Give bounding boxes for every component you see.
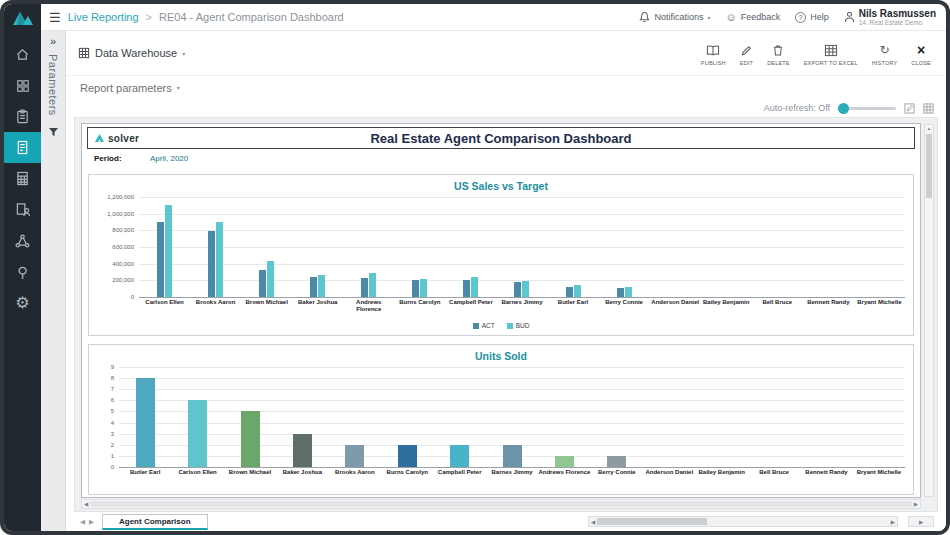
report-title: Real Estate Agent Comparison Dashboard (88, 131, 914, 146)
smiley-icon: ☺ (725, 12, 736, 23)
scroll-right-icon[interactable]: ▶ (914, 501, 918, 507)
sheet-horizontal-scrollbar[interactable]: ◀ ▶ (588, 516, 898, 527)
vertical-scrollbar[interactable]: ▲ (924, 124, 934, 497)
close-button[interactable]: × CLOSE (904, 41, 938, 66)
bell-icon (639, 11, 650, 23)
notifications-button[interactable]: Notifications ▾ (639, 11, 710, 23)
bar-units (607, 456, 626, 467)
toolbar-row: Data Warehouse ▾ PUBLISH EDIT (66, 31, 946, 75)
publish-button[interactable]: PUBLISH (694, 41, 733, 66)
hamburger-menu-icon[interactable]: ☰ (49, 10, 61, 25)
close-icon: × (917, 44, 925, 57)
data-warehouse-icon (78, 47, 90, 59)
x-axis-label: Bennett Randy (803, 299, 854, 315)
x-axis-label: Bryant Michelle (853, 469, 905, 485)
body-row: » Parameters Data Warehouse ▾ (41, 31, 946, 531)
gridline (119, 467, 905, 468)
expand-parameters-icon[interactable]: » (50, 36, 56, 47)
tools-icon: ⚲ (17, 265, 27, 279)
legend-swatch (507, 323, 513, 329)
bar-group (538, 367, 590, 467)
sheet-tab-bar: ◀ ▶ Agent Comparison ◀ ▶ ▶ (66, 512, 946, 531)
x-axis-label: Brooks Aaron (190, 299, 241, 315)
chart-legend: ACTBUD (89, 319, 913, 335)
sidebar-item-library[interactable] (4, 194, 41, 225)
scrollbar-thumb[interactable] (597, 518, 707, 525)
scroll-left-icon[interactable]: ◀ (84, 501, 88, 507)
user-menu[interactable]: Nils Rasmussen 14. Real Estate Demo (844, 8, 936, 27)
bar-bud (318, 275, 325, 297)
history-icon: ↻ (879, 44, 889, 57)
bar-group (329, 367, 381, 467)
bar-act (361, 278, 368, 297)
table-icon (16, 171, 29, 186)
x-axis-label: Baker Joshua (292, 299, 343, 315)
y-axis-tick: 8 (111, 375, 114, 381)
y-axis: 1,200,0001,000,000800,000600,000400,0002… (93, 197, 139, 297)
breadcrumb-section[interactable]: Live Reporting (68, 11, 139, 23)
export-to-excel-button[interactable]: EXPORT TO EXCEL (797, 41, 865, 66)
bar-bud (267, 261, 274, 297)
x-axis-label: Bryant Michelle (854, 299, 905, 315)
sidebar-item-home[interactable] (4, 39, 41, 70)
sidebar-item-tasks[interactable] (4, 101, 41, 132)
sidebar-item-settings[interactable]: ⚙ (4, 287, 41, 318)
bar-group (394, 197, 445, 297)
solver-logo-icon[interactable] (12, 11, 34, 30)
x-axis-label: Brown Michael (224, 469, 276, 485)
bar-act (514, 282, 521, 297)
legend-label: ACT (482, 322, 495, 329)
sidebar-item-reports[interactable] (4, 132, 41, 163)
y-axis-tick: 4 (111, 420, 114, 426)
documents-user-icon (16, 202, 30, 217)
bar-group (591, 367, 643, 467)
scroll-right-icon[interactable]: ▶ (891, 519, 895, 525)
history-button[interactable]: ↻ HISTORY (865, 41, 905, 66)
close-label: CLOSE (911, 60, 931, 66)
user-org: 14. Real Estate Demo (859, 19, 936, 26)
y-axis-tick: 7 (111, 386, 114, 392)
chevron-down-icon: ▾ (707, 14, 710, 21)
sheet-prev-button[interactable]: ◀ (80, 518, 85, 526)
sidebar-item-connections[interactable] (4, 225, 41, 256)
x-axis-label: Burns Carolyn (394, 299, 445, 315)
solver-logo-text: solver (108, 133, 139, 144)
x-axis-label: Brown Michael (241, 299, 292, 315)
edit-box-icon (904, 103, 915, 114)
bar-group (224, 367, 276, 467)
bar-bud (522, 281, 529, 297)
grid-view-button[interactable] (923, 103, 934, 114)
sidebar-item-apps[interactable] (4, 70, 41, 101)
scroll-up-icon[interactable]: ▲ (925, 125, 933, 132)
delete-button[interactable]: DELETE (760, 41, 797, 66)
bar-group (241, 197, 292, 297)
scroll-left-icon[interactable]: ◀ (591, 519, 595, 525)
bar-units (345, 445, 364, 467)
report-horizontal-scrollbar[interactable]: ◀ ▶ (81, 499, 921, 509)
sidebar-item-data[interactable] (4, 163, 41, 194)
scrollbar-end-segment[interactable]: ▶ (908, 516, 934, 527)
feedback-button[interactable]: ☺ Feedback (725, 12, 780, 23)
content: Data Warehouse ▾ PUBLISH EDIT (66, 31, 946, 531)
auto-refresh-toggle[interactable] (838, 107, 896, 110)
bar-units (503, 445, 522, 467)
scrollbar-thumb[interactable] (926, 134, 932, 198)
bar-group (695, 367, 747, 467)
edit-button[interactable]: EDIT (733, 41, 760, 66)
filter-icon[interactable] (48, 123, 59, 141)
x-axis: Butler EarlCarlson EllenBrown MichaelBak… (89, 467, 913, 489)
sheet-next-button[interactable]: ▶ (89, 518, 94, 526)
legend-swatch (473, 323, 479, 329)
breadcrumb-page: RE04 - Agent Comparison Dashboard (159, 11, 344, 23)
data-source-selector[interactable]: Data Warehouse ▾ (78, 47, 185, 59)
edit-view-button[interactable] (904, 103, 915, 114)
y-axis-tick: 400,000 (112, 261, 134, 267)
scrollbar-track[interactable] (90, 501, 912, 507)
sheet-tab-agent-comparison[interactable]: Agent Comparison (102, 514, 208, 530)
bar-units (188, 400, 207, 467)
help-button[interactable]: ? Help (795, 12, 829, 23)
report-parameters-toggle[interactable]: Report parameters ▾ (66, 75, 946, 99)
bar-group (171, 367, 223, 467)
sidebar-item-tools[interactable]: ⚲ (4, 256, 41, 287)
bar-units (241, 411, 260, 467)
